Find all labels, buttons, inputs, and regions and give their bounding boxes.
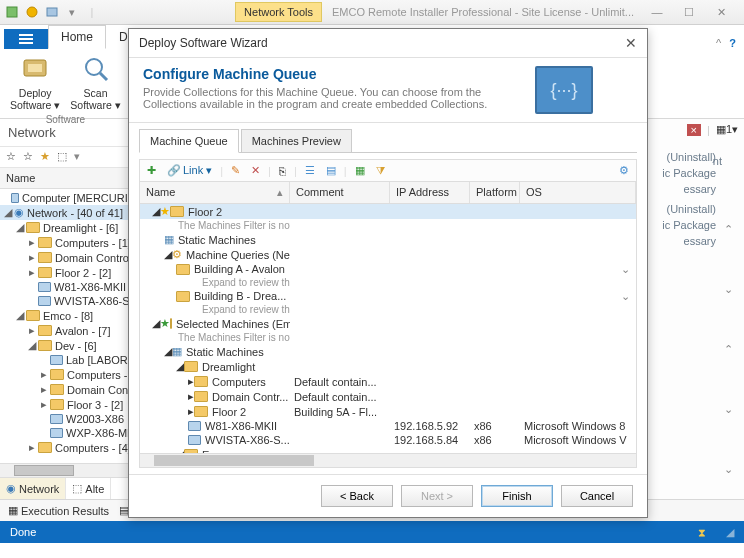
tab-machine-queue[interactable]: Machine Queue (139, 129, 239, 153)
file-menu-button[interactable] (4, 29, 48, 49)
tab-home[interactable]: Home (48, 25, 106, 49)
grid-row[interactable]: Building B - Drea...⌄ (140, 289, 636, 303)
grid-row[interactable]: ◢Dreamlight (140, 359, 636, 374)
toolbar-icon[interactable]: ☆ (6, 150, 20, 164)
grid-horizontal-scrollbar[interactable] (139, 454, 637, 468)
contextual-tab-network-tools[interactable]: Network Tools (235, 2, 322, 22)
tree-row[interactable]: ▸Floor 3 - [2] (0, 397, 143, 412)
grid-row[interactable]: Expand to review the Machine Query summa… (140, 303, 636, 316)
grid-row[interactable]: WVISTA-X86-S...192.168.5.84x86Microsoft … (140, 433, 636, 447)
tab-network[interactable]: ◉Network (0, 478, 66, 499)
tree-row[interactable]: ▸Computers - [1] (0, 235, 143, 250)
grid-row[interactable]: The Machines Filter is not defined (use … (140, 219, 636, 232)
add-button[interactable]: ✚ (144, 163, 159, 178)
tree-row[interactable]: ◢Dev - [6] (0, 338, 143, 353)
expand-chevron-icon[interactable]: ⌃ (724, 223, 738, 236)
tree-row[interactable]: ◢◉Network - [40 of 41] (0, 205, 143, 220)
tree-row[interactable]: ▸Computers - [ (0, 367, 143, 382)
grid-row[interactable]: Building A - Avalon⌄ (140, 262, 636, 276)
svg-rect-7 (28, 64, 42, 72)
edit-button[interactable]: ✎ (228, 163, 243, 178)
column-os[interactable]: OS (520, 182, 636, 203)
tree-row[interactable]: ▸Domain Control (0, 250, 143, 265)
column-platform[interactable]: Platform (470, 182, 520, 203)
back-button[interactable]: < Back (321, 485, 393, 507)
tree-row[interactable]: WXP-X86-MK (0, 426, 143, 440)
close-tab-icon[interactable]: × (687, 124, 701, 136)
column-header-name[interactable]: Name (0, 168, 143, 189)
tree-row[interactable]: ▸Computers - [4] (0, 440, 143, 455)
grid-row[interactable]: ◢★Floor 2 (140, 204, 636, 219)
tree-row[interactable]: WVISTA-X86-SP1 (0, 294, 143, 308)
deploy-icon (19, 53, 51, 85)
tree-row[interactable]: ◢Emco - [8] (0, 308, 143, 323)
svg-rect-3 (19, 34, 33, 36)
column-comment[interactable]: Comment (290, 182, 390, 203)
column-ip[interactable]: IP Address (390, 182, 470, 203)
grid-row[interactable]: ◢⚙Machine Queries (Ne... (140, 247, 636, 262)
toolbar-icon[interactable]: ⬚ (57, 150, 71, 164)
column-name[interactable]: Name ▴ (140, 182, 290, 203)
grid-row[interactable]: ◢▦Static Machines (140, 344, 636, 359)
view-tree-button[interactable]: ☰ (302, 163, 318, 178)
grid-row[interactable]: The Machines Filter is not defined (use … (140, 331, 636, 344)
network-toolbar: ☆ ☆ ★ ⬚ ▾ (0, 146, 143, 168)
network-panel: Network ☆ ☆ ★ ⬚ ▾ Name Computer [MERCURI… (0, 119, 144, 499)
dialog-titlebar[interactable]: Deploy Software Wizard ✕ (129, 29, 647, 58)
toolbar-icon[interactable]: ★ (40, 150, 54, 164)
dialog-close-button[interactable]: ✕ (625, 35, 637, 51)
qat-dropdown-icon[interactable]: ▾ (64, 4, 80, 20)
tree-row[interactable]: W2003-X86 (0, 412, 143, 426)
delete-button[interactable]: ✕ (248, 163, 263, 178)
columns-button[interactable]: ▦ (352, 163, 368, 178)
filter-button[interactable]: ⧩ (373, 163, 388, 178)
tree-row[interactable]: ▸Avalon - [7] (0, 323, 143, 338)
qat-item-icon[interactable] (4, 4, 20, 20)
background-text: ic Package (662, 165, 744, 181)
copy-button[interactable]: ⎘ (276, 164, 289, 178)
grid-row[interactable]: ▸Floor 2Building 5A - Fl... (140, 404, 636, 419)
toolbar-dropdown-icon[interactable]: ▾ (74, 150, 88, 164)
tab-alt[interactable]: ⬚Alte (66, 478, 111, 499)
finish-button[interactable]: Finish (481, 485, 553, 507)
grid-row[interactable]: Expand to review the Machine Query summa… (140, 276, 636, 289)
minimize-button[interactable]: — (644, 6, 670, 19)
help-icon[interactable]: ? (729, 37, 736, 49)
settings-gear-icon[interactable]: ⚙ (616, 163, 632, 178)
qat-item-icon[interactable] (44, 4, 60, 20)
resize-grip-icon[interactable]: ◢ (726, 526, 734, 539)
grid-row[interactable]: ▸ComputersDefault contain... (140, 374, 636, 389)
view-flat-button[interactable]: ▤ (323, 163, 339, 178)
horizontal-scrollbar[interactable] (0, 463, 143, 477)
scan-software-button[interactable]: Scan Software ▾ (70, 53, 120, 111)
tree-row[interactable]: W81-X86-MKII (0, 280, 143, 294)
collapse-chevron-icon[interactable]: ⌄ (724, 283, 738, 296)
grid-row[interactable]: ▸Domain Contr...Default contain... (140, 389, 636, 404)
next-button[interactable]: Next > (401, 485, 473, 507)
toolbar-icon[interactable]: ☆ (23, 150, 37, 164)
cancel-button[interactable]: Cancel (561, 485, 633, 507)
expand-chevron-icon[interactable]: ⌃ (724, 343, 738, 356)
maximize-button[interactable]: ☐ (676, 6, 702, 19)
tree-row[interactable]: Lab [LABORA (0, 353, 143, 367)
tree-row[interactable]: ◢Dreamlight - [6] (0, 220, 143, 235)
machine-queue-grid[interactable]: ◢★Floor 2The Machines Filter is not defi… (139, 204, 637, 454)
tree-row[interactable]: ▸Floor 2 - [2] (0, 265, 143, 280)
deploy-software-button[interactable]: Deploy Software ▾ (10, 53, 60, 111)
grid-row[interactable]: ◢★Selected Machines (Emb... (140, 316, 636, 331)
tab-execution-results[interactable]: ▦Execution Results (4, 504, 113, 517)
tab-machines-preview[interactable]: Machines Preview (241, 129, 352, 153)
close-button[interactable]: ✕ (708, 6, 734, 19)
collapse-chevron-icon[interactable]: ⌄ (724, 463, 738, 476)
grid-row[interactable]: ◢Emco (140, 447, 636, 454)
tree-row[interactable]: Computer [MERCURIUS (0, 191, 143, 205)
collapse-chevron-icon[interactable]: ⌄ (724, 403, 738, 416)
link-dropdown[interactable]: 🔗Link ▾ (164, 163, 215, 178)
grid-row[interactable]: W81-X86-MKII192.168.5.92x86Microsoft Win… (140, 419, 636, 433)
ribbon-collapse-icon[interactable]: ^ (716, 37, 721, 49)
qat-item-icon[interactable] (24, 4, 40, 20)
page-nav-icon[interactable]: ▦1▾ (716, 123, 738, 136)
network-tree[interactable]: Computer [MERCURIUS◢◉Network - [40 of 41… (0, 189, 143, 463)
tree-row[interactable]: ▸Domain Cont (0, 382, 143, 397)
grid-row[interactable]: ▦Static Machines (140, 232, 636, 247)
